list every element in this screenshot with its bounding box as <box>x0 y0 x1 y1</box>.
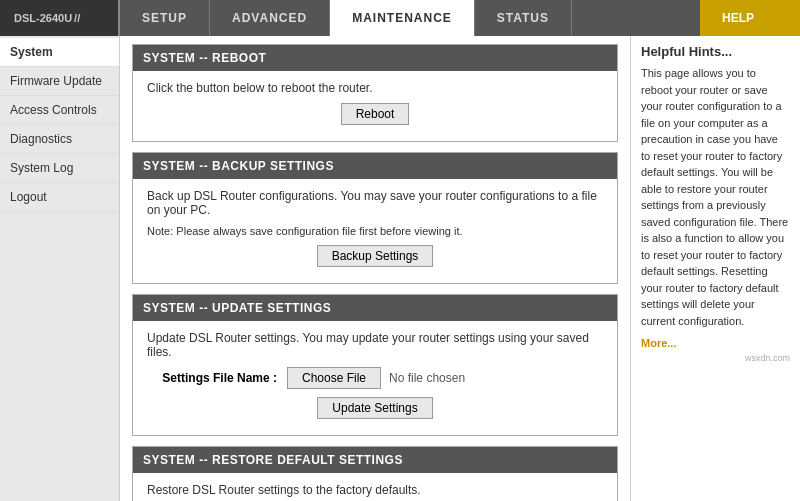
restore-section: SYSTEM -- RESTORE DEFAULT SETTINGS Resto… <box>132 446 618 501</box>
content-area: SYSTEM -- REBOOT Click the button below … <box>120 36 630 501</box>
sidebar: System Firmware Update Access Controls D… <box>0 36 120 501</box>
backup-header: SYSTEM -- BACKUP SETTINGS <box>133 153 617 179</box>
tab-help[interactable]: HELP <box>700 0 800 36</box>
logo: DSL-2640U// <box>0 0 120 36</box>
logo-model: DSL-2640U <box>14 12 72 24</box>
backup-section: SYSTEM -- BACKUP SETTINGS Back up DSL Ro… <box>132 152 618 284</box>
update-header: SYSTEM -- UPDATE SETTINGS <box>133 295 617 321</box>
tab-maintenance[interactable]: MAINTENANCE <box>330 0 475 36</box>
restore-description: Restore DSL Router settings to the facto… <box>147 483 603 497</box>
reboot-button[interactable]: Reboot <box>341 103 410 125</box>
update-description: Update DSL Router settings. You may upda… <box>147 331 603 359</box>
sidebar-item-system-log[interactable]: System Log <box>0 154 119 183</box>
help-more-link[interactable]: More... <box>641 337 790 349</box>
update-settings-button[interactable]: Update Settings <box>317 397 432 419</box>
update-body: Update DSL Router settings. You may upda… <box>133 321 617 435</box>
backup-settings-button[interactable]: Backup Settings <box>317 245 434 267</box>
choose-file-button[interactable]: Choose File <box>287 367 381 389</box>
sidebar-item-diagnostics[interactable]: Diagnostics <box>0 125 119 154</box>
sidebar-item-firmware-update[interactable]: Firmware Update <box>0 67 119 96</box>
restore-header: SYSTEM -- RESTORE DEFAULT SETTINGS <box>133 447 617 473</box>
logo-slash: // <box>74 12 80 24</box>
help-text: This page allows you to reboot your rout… <box>641 65 790 329</box>
restore-body: Restore DSL Router settings to the facto… <box>133 473 617 501</box>
tab-advanced[interactable]: ADVANCED <box>210 0 330 36</box>
help-title: Helpful Hints... <box>641 44 790 59</box>
watermark: wsxdn.com <box>641 353 790 363</box>
sidebar-item-logout[interactable]: Logout <box>0 183 119 212</box>
update-section: SYSTEM -- UPDATE SETTINGS Update DSL Rou… <box>132 294 618 436</box>
backup-note: Note: Please always save configuration f… <box>147 225 603 237</box>
sidebar-item-access-controls[interactable]: Access Controls <box>0 96 119 125</box>
reboot-description: Click the button below to reboot the rou… <box>147 81 603 95</box>
reboot-section: SYSTEM -- REBOOT Click the button below … <box>132 44 618 142</box>
settings-file-label: Settings File Name : <box>147 371 277 385</box>
backup-body: Back up DSL Router configurations. You m… <box>133 179 617 283</box>
tab-setup[interactable]: SETUP <box>120 0 210 36</box>
file-chosen-text: No file chosen <box>389 371 465 385</box>
sidebar-item-system[interactable]: System <box>0 38 119 67</box>
backup-description: Back up DSL Router configurations. You m… <box>147 189 603 217</box>
help-panel: Helpful Hints... This page allows you to… <box>630 36 800 501</box>
reboot-body: Click the button below to reboot the rou… <box>133 71 617 141</box>
tab-status[interactable]: STATUS <box>475 0 572 36</box>
reboot-header: SYSTEM -- REBOOT <box>133 45 617 71</box>
